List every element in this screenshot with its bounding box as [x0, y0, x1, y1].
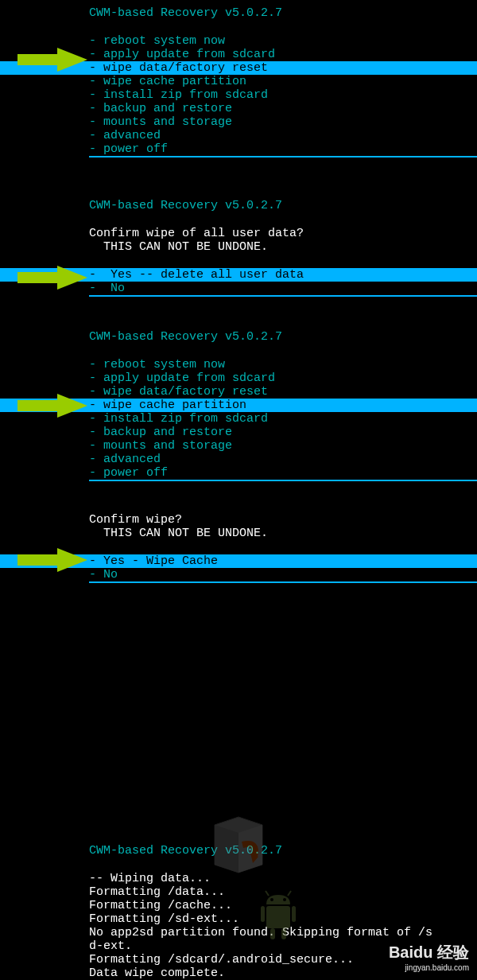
svg-rect-10 [292, 906, 296, 922]
confirm-warning: THIS CAN NOT BE UNDONE. [0, 240, 477, 254]
menu-divider [89, 480, 477, 481]
recovery-menu-1: CWM-based Recovery v5.0.2.7 - reboot sys… [0, 0, 477, 158]
menu-divider [89, 156, 477, 158]
menu-item[interactable]: - backup and restore [0, 426, 477, 439]
menu-divider [89, 295, 477, 297]
log-line: Formatting /data... [0, 885, 477, 899]
recovery-title: CWM-based Recovery v5.0.2.7 [0, 6, 477, 20]
watermark: Baidu 经验 jingyan.baidu.com [389, 942, 469, 972]
confirm-warning: THIS CAN NOT BE UNDONE. [0, 527, 477, 540]
confirm-prompt: Confirm wipe? [0, 513, 477, 527]
arrow-icon [17, 48, 87, 72]
log-line: No app2sd partition found. Skipping form… [0, 926, 477, 939]
menu-item[interactable]: - reboot system now [0, 34, 477, 48]
svg-marker-1 [17, 266, 87, 290]
menu-item[interactable]: - wipe cache partition [0, 75, 477, 88]
svg-marker-2 [17, 394, 87, 418]
menu-item[interactable]: - power off [0, 142, 477, 156]
svg-line-16 [288, 891, 291, 896]
box-icon [207, 809, 270, 885]
menu-item[interactable]: - install zip from sdcard [0, 88, 477, 102]
svg-point-14 [283, 898, 286, 901]
menu-item[interactable]: - mounts and storage [0, 439, 477, 453]
menu-item[interactable]: - apply update from sdcard [0, 371, 477, 385]
android-icon [254, 889, 302, 948]
log-line: Formatting /cache... [0, 899, 477, 912]
arrow-icon [17, 548, 87, 572]
confirm-wipe-data: CWM-based Recovery v5.0.2.7 Confirm wipe… [0, 199, 477, 297]
menu-item[interactable]: - backup and restore [0, 102, 477, 115]
menu-item[interactable]: - advanced [0, 453, 477, 466]
svg-marker-0 [17, 48, 87, 72]
menu-item[interactable]: - power off [0, 466, 477, 480]
svg-rect-9 [261, 906, 265, 922]
arrow-icon [17, 266, 87, 290]
svg-marker-5 [215, 825, 238, 873]
svg-marker-6 [238, 825, 262, 873]
menu-item[interactable]: - reboot system now [0, 358, 477, 371]
svg-point-13 [270, 898, 273, 901]
menu-item[interactable]: - mounts and storage [0, 115, 477, 129]
watermark-main: Baidu 经验 [389, 943, 469, 961]
svg-rect-8 [266, 906, 290, 928]
svg-marker-3 [17, 548, 87, 572]
watermark-sub: jingyan.baidu.com [389, 963, 469, 972]
confirm-prompt: Confirm wipe of all user data? [0, 227, 477, 240]
recovery-title: CWM-based Recovery v5.0.2.7 [0, 199, 477, 212]
arrow-icon [17, 394, 87, 418]
svg-line-15 [266, 891, 269, 896]
menu-divider [89, 581, 477, 583]
log-line: Formatting /sd-ext... [0, 912, 477, 926]
svg-rect-12 [281, 928, 286, 939]
svg-rect-11 [270, 928, 275, 939]
recovery-menu-2: CWM-based Recovery v5.0.2.7 - reboot sys… [0, 330, 477, 481]
confirm-wipe-cache: Confirm wipe? THIS CAN NOT BE UNDONE. - … [0, 513, 477, 583]
menu-item[interactable]: - advanced [0, 129, 477, 142]
recovery-title: CWM-based Recovery v5.0.2.7 [0, 330, 477, 344]
